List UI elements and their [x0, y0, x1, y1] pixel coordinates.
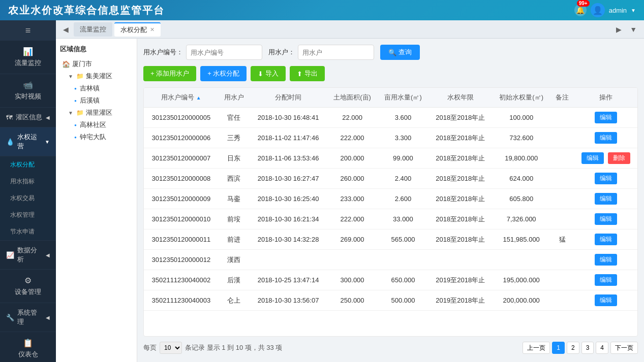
sidebar-item-realtime-video[interactable]: 📹 实时视频 — [0, 74, 56, 108]
col-actions: 操作 — [574, 88, 637, 108]
sidebar-item-irrigation-info[interactable]: 🗺 灌区信息 ◀ — [0, 108, 56, 127]
tab-expand-button[interactable]: ▼ — [627, 24, 640, 35]
sidebar-sub-water-trade[interactable]: 水权交易 — [0, 190, 56, 207]
cell-term — [428, 250, 493, 270]
cell-time: 2018-11-02 11:47:46 — [250, 128, 327, 148]
sidebar-item-flow-monitor[interactable]: 📊 流量监控 — [0, 41, 56, 74]
tab-flow-monitor[interactable]: 流量监控 — [74, 22, 112, 37]
delete-button[interactable]: 删除 — [608, 152, 630, 164]
notification-bell[interactable]: 🔔 99+ — [574, 4, 587, 16]
tree-item-gaolin[interactable]: ● 高林社区 — [60, 119, 133, 131]
layout: ≡ 📊 流量监控 📹 实时视频 🗺 灌区信息 ◀ 💧 水权运营 ▼ 水权分配 用… — [0, 20, 644, 362]
sidebar-sub-water-management[interactable]: 水权管理 — [0, 207, 56, 223]
page-4-button[interactable]: 4 — [596, 342, 608, 354]
search-button-label: 查询 — [398, 48, 412, 57]
edit-button[interactable]: 编辑 — [595, 213, 617, 225]
tree-item-xiamen[interactable]: 🏠 厦门市 — [60, 58, 133, 70]
page-2-button[interactable]: 2 — [567, 342, 579, 354]
tree-label-gaolin: 高林社区 — [80, 120, 106, 129]
folder-icon-huli: 📁 — [76, 109, 84, 116]
add-water-allocation-label: + 水权分配 — [207, 69, 239, 78]
col-term[interactable]: 水权年限 — [428, 88, 493, 108]
region-title: 区域信息 — [60, 43, 133, 58]
col-note[interactable]: 备注 — [550, 88, 574, 108]
user-code-input[interactable] — [186, 45, 262, 60]
sidebar-item-instrument-warehouse[interactable]: 📋 仪表仓 — [0, 332, 56, 362]
admin-dropdown-arrow[interactable]: ▼ — [631, 8, 636, 13]
cell-term: 2018至2018年止 — [428, 169, 493, 189]
tree-item-jilin[interactable]: ● 吉林镇 — [60, 82, 133, 94]
water-ops-arrow: ▼ — [45, 139, 50, 145]
data-table-container: 用水户编号 ▲ 用水户 分配时间 土地面积(亩) 亩用水量(㎡) 水权年限 初始… — [143, 87, 638, 337]
sidebar-sub-water-saving[interactable]: 节水申请 — [0, 223, 56, 240]
tree-item-houxi[interactable]: ● 后溪镇 — [60, 94, 133, 107]
edit-button[interactable]: 编辑 — [595, 254, 617, 266]
export-button[interactable]: ⬆ 导出 — [290, 66, 325, 81]
page-size-select[interactable]: 10 20 50 — [160, 342, 182, 354]
table-row: 3502111230040003 仑上 2018-10-30 13:56:07 … — [144, 290, 637, 311]
search-button[interactable]: 🔍 查询 — [380, 45, 420, 60]
home-icon: 🏠 — [62, 60, 70, 68]
sidebar-sub-water-allocation[interactable]: 水权分配 — [0, 156, 56, 173]
edit-button[interactable]: 编辑 — [595, 294, 617, 306]
avatar: 👤 — [591, 3, 605, 17]
tree-arrow-huli: ▼ — [68, 110, 73, 116]
page-3-button[interactable]: 3 — [581, 342, 594, 354]
system-management-icon: 🔧 — [6, 314, 14, 321]
next-page-button[interactable]: 下一页 — [610, 342, 638, 354]
edit-button[interactable]: 编辑 — [581, 152, 604, 164]
edit-button[interactable]: 编辑 — [595, 193, 617, 205]
table-header-row: 用水户编号 ▲ 用水户 分配时间 土地面积(亩) 亩用水量(㎡) 水权年限 初始… — [144, 88, 637, 108]
sidebar-item-data-analysis[interactable]: 📈 数据分析 ◀ — [0, 241, 56, 270]
edit-button[interactable]: 编辑 — [595, 173, 617, 184]
table-row: 3012350120000005 官任 2018-10-30 16:48:41 … — [144, 108, 637, 128]
col-time[interactable]: 分配时间 — [250, 88, 327, 108]
add-water-allocation-button[interactable]: + 水权分配 — [200, 66, 247, 81]
cell-user: 后漢 — [219, 270, 250, 290]
cell-initial: 100.000 — [493, 108, 550, 128]
user-input[interactable] — [298, 45, 374, 60]
cell-user-code: 3012350120000007 — [144, 148, 219, 169]
search-icon: 🔍 — [388, 49, 396, 56]
col-land[interactable]: 土地面积(亩) — [327, 88, 378, 108]
sidebar-item-water-ops[interactable]: 💧 水权运营 ▼ — [0, 127, 56, 156]
tree-item-zhongzhai[interactable]: ● 钟宅大队 — [60, 131, 133, 143]
cell-note — [550, 169, 574, 189]
cell-actions: 编辑 — [574, 209, 637, 229]
tab-water-allocation-label: 水权分配 — [120, 25, 147, 35]
tab-prev-button[interactable]: ◀ — [60, 24, 72, 35]
import-button[interactable]: ⬇ 导入 — [251, 66, 286, 81]
edit-button[interactable]: 编辑 — [595, 234, 617, 245]
edit-button[interactable]: 编辑 — [595, 274, 617, 286]
prev-page-button[interactable]: 上一页 — [523, 342, 550, 354]
tree-label-zhongzhai: 钟宅大队 — [80, 133, 106, 142]
cell-user-code: 3012350120000005 — [144, 108, 219, 128]
tab-next-button[interactable]: ▶ — [613, 24, 625, 35]
cell-note: 猛 — [550, 229, 574, 250]
tree-label-huli: 湖里灌区 — [86, 108, 112, 117]
tree-item-jimei[interactable]: ▼ 📁 集美灌区 — [60, 70, 133, 82]
edit-button[interactable]: 编辑 — [595, 132, 617, 144]
sidebar-sub-water-quota[interactable]: 用水指标 — [0, 173, 56, 190]
tab-water-allocation[interactable]: 水权分配 ✕ — [114, 22, 161, 37]
col-user[interactable]: 用水户 — [219, 88, 250, 108]
col-initial-water[interactable]: 初始水权量(㎡) — [493, 88, 550, 108]
tree-item-huli[interactable]: ▼ 📁 湖里灌区 — [60, 107, 133, 119]
sidebar-item-system-management[interactable]: 🔧 系统管理 ◀ — [0, 303, 56, 332]
tree-label-jimei: 集美灌区 — [86, 72, 112, 81]
add-user-button[interactable]: + 添加用水户 — [143, 66, 196, 81]
sidebar-item-realtime-video-label: 实时视频 — [15, 92, 41, 101]
page-1-button[interactable]: 1 — [552, 342, 565, 354]
menu-toggle-button[interactable]: ≡ — [0, 20, 56, 41]
sidebar-item-device-management[interactable]: ⚙ 设备管理 — [0, 270, 56, 303]
cell-water: 650.000 — [378, 270, 428, 290]
cell-actions: 编辑 — [574, 290, 637, 311]
pagination-right: 上一页 1 2 3 4 下一页 — [523, 342, 638, 354]
col-water-per-mu[interactable]: 亩用水量(㎡) — [378, 88, 428, 108]
sidebar: ≡ 📊 流量监控 📹 实时视频 🗺 灌区信息 ◀ 💧 水权运营 ▼ 水权分配 用… — [0, 20, 56, 362]
cell-land: 269.000 — [327, 229, 378, 250]
col-user-code[interactable]: 用水户编号 ▲ — [144, 88, 219, 108]
tab-water-allocation-close[interactable]: ✕ — [150, 26, 155, 33]
edit-button[interactable]: 编辑 — [595, 112, 617, 123]
main: ◀ 流量监控 水权分配 ✕ ▶ ▼ 区域信息 🏠 厦门市 — [56, 20, 644, 362]
